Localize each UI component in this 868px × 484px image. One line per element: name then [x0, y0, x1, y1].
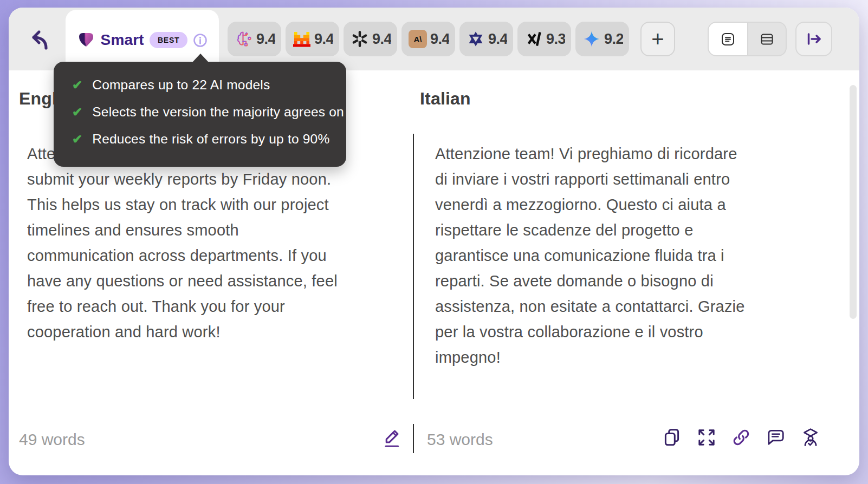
- model-score: 9.4: [314, 31, 333, 47]
- xai-icon: [524, 30, 543, 48]
- comment-button[interactable]: [766, 427, 786, 448]
- tab-model-ai-compare[interactable]: 9.4: [228, 22, 281, 56]
- model-score: 9.2: [604, 31, 623, 47]
- source-word-count: 49 words: [19, 430, 85, 449]
- chain-link-icon: [731, 427, 752, 448]
- view-toggle: [708, 22, 787, 56]
- expand-button[interactable]: [696, 427, 717, 448]
- model-score: 9.4: [488, 31, 507, 47]
- check-icon: ✔: [72, 130, 82, 148]
- footer-divider: [413, 424, 414, 453]
- edit-source-button[interactable]: [379, 424, 404, 452]
- graduate-check-icon: [800, 427, 821, 448]
- back-button[interactable]: [21, 24, 52, 55]
- target-text[interactable]: Attenzione team! Vi preghiamo di ricorda…: [435, 141, 831, 370]
- qwen-icon: [467, 30, 485, 48]
- scrollbar-thumb[interactable]: [850, 85, 857, 319]
- copy-button[interactable]: [662, 427, 682, 448]
- tab-model-qwen[interactable]: 9.4: [459, 22, 513, 56]
- tooltip-item: ✔ Selects the version the majority agree…: [72, 103, 334, 121]
- model-score: 9.3: [546, 31, 565, 47]
- edit-pencil-icon: [380, 426, 404, 450]
- app-window: Smart BEST: [9, 8, 859, 475]
- anthropic-icon: A\: [409, 30, 427, 48]
- openai-icon: [351, 30, 369, 48]
- back-arrow-icon: [21, 24, 52, 55]
- tab-model-xai[interactable]: 9.3: [517, 22, 571, 56]
- target-actions: [662, 427, 821, 448]
- info-icon[interactable]: [193, 33, 208, 48]
- tooltip-item: ✔ Reduces the risk of errors by up to 90…: [72, 130, 334, 148]
- gemini-icon: [582, 30, 601, 48]
- ai-brain-circuit-icon: [235, 30, 253, 48]
- comment-bubble-icon: [766, 427, 786, 448]
- view-card-button[interactable]: [709, 23, 747, 55]
- smart-tab-label: Smart: [101, 31, 144, 49]
- tab-model-anthropic[interactable]: A\ 9.4: [401, 22, 455, 56]
- target-word-count: 53 words: [427, 430, 493, 449]
- add-model-button[interactable]: +: [640, 22, 675, 56]
- copy-icon: [662, 427, 682, 448]
- best-badge: BEST: [150, 32, 188, 48]
- tab-model-openai[interactable]: 9.4: [344, 22, 397, 56]
- source-text[interactable]: Attention team! Please remember to submi…: [27, 141, 413, 345]
- view-table-button[interactable]: [747, 23, 786, 55]
- toolbar: Smart BEST: [9, 8, 859, 70]
- export-arrow-icon: [805, 30, 822, 48]
- smart-info-tooltip: ✔ Compares up to 22 AI models ✔ Selects …: [54, 62, 346, 167]
- model-score: 9.4: [372, 31, 391, 47]
- model-score: 9.4: [430, 31, 449, 47]
- target-language-title: Italian: [420, 88, 471, 109]
- smart-logo-icon: [77, 31, 95, 49]
- check-icon: ✔: [72, 76, 82, 94]
- tab-model-gemini[interactable]: 9.2: [575, 22, 629, 56]
- tooltip-item: ✔ Compares up to 22 AI models: [72, 76, 334, 94]
- check-icon: ✔: [72, 103, 82, 121]
- export-button[interactable]: [795, 22, 832, 56]
- model-tabs: 9.4 9.4: [228, 22, 629, 56]
- column-divider: [413, 134, 414, 399]
- table-view-icon: [760, 32, 774, 47]
- expand-arrows-icon: [696, 427, 717, 448]
- card-view-icon: [721, 32, 735, 47]
- tab-model-mistral[interactable]: 9.4: [286, 22, 339, 56]
- expert-review-button[interactable]: [800, 427, 821, 448]
- mistral-icon: [293, 30, 311, 48]
- model-score: 9.4: [256, 31, 275, 47]
- link-button[interactable]: [731, 427, 752, 448]
